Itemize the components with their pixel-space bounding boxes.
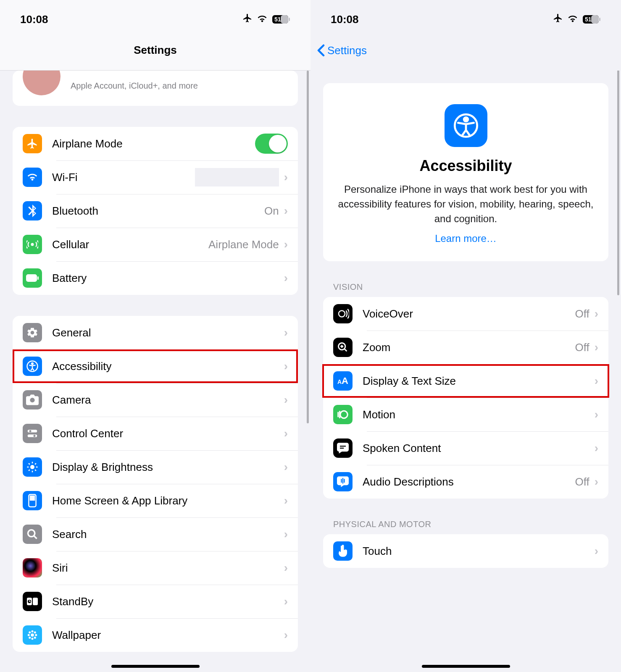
gear-icon (23, 323, 42, 342)
row-label: Home Screen & App Library (52, 494, 284, 507)
svg-rect-33 (599, 18, 600, 21)
row-display-text-size[interactable]: AA Display & Text Size › (323, 364, 608, 398)
chevron-right-icon: › (595, 544, 598, 558)
row-bluetooth[interactable]: Bluetooth On › (13, 194, 298, 228)
brightness-icon (23, 457, 42, 477)
row-wallpaper[interactable]: Wallpaper › (13, 618, 298, 652)
chevron-right-icon: › (284, 494, 288, 507)
chevron-right-icon: › (284, 561, 288, 575)
chevron-right-icon: › (595, 374, 598, 388)
row-spoken-content[interactable]: Spoken Content › (323, 431, 608, 465)
svg-point-26 (35, 634, 37, 636)
scrollbar[interactable] (307, 71, 309, 423)
row-search[interactable]: Search › (13, 517, 298, 551)
row-standby[interactable]: StandBy › (13, 585, 298, 618)
status-bar: 10:08 51 (310, 0, 621, 30)
spoken-content-icon (333, 438, 353, 458)
row-zoom[interactable]: Zoom Off › (323, 331, 608, 364)
svg-point-23 (32, 630, 34, 633)
search-icon (23, 525, 42, 544)
phone-right-accessibility: 10:08 51 Settings Accessibility Personal… (310, 0, 621, 672)
touch-icon (333, 541, 353, 561)
chevron-right-icon: › (284, 595, 288, 608)
row-control-center[interactable]: Control Center › (13, 417, 298, 450)
chevron-right-icon: › (284, 460, 288, 474)
back-label: Settings (327, 44, 367, 57)
svg-point-38 (340, 411, 348, 419)
row-label: Cellular (52, 238, 208, 251)
row-label: Control Center (52, 427, 284, 440)
home-indicator[interactable] (422, 665, 510, 668)
group-main: General › Accessibility › Camera › Contr… (13, 316, 298, 652)
airplane-icon (553, 13, 563, 26)
row-cellular[interactable]: Cellular Airplane Mode › (13, 228, 298, 261)
home-screen-icon (23, 491, 42, 510)
svg-point-18 (28, 530, 35, 537)
svg-rect-32 (591, 15, 599, 24)
row-label: Accessibility (52, 360, 284, 373)
svg-point-11 (34, 435, 36, 437)
group-vision: VoiceOver Off › Zoom Off › AA Display & … (323, 297, 608, 499)
row-battery[interactable]: Battery › (13, 261, 298, 295)
scrollbar[interactable] (617, 71, 619, 295)
svg-rect-5 (37, 276, 39, 280)
group-connectivity: Airplane Mode Wi-Fi › Bluetooth On › Cel… (13, 127, 298, 295)
control-center-icon (23, 424, 42, 443)
back-button[interactable]: Settings (317, 44, 367, 57)
row-value: Off (575, 341, 589, 354)
svg-rect-16 (30, 499, 32, 500)
voiceover-icon (333, 304, 353, 323)
chevron-right-icon: › (284, 326, 288, 339)
wifi-icon (257, 13, 268, 26)
learn-more-link[interactable]: Learn more… (337, 233, 595, 244)
group-physical: Touch › (323, 534, 608, 568)
row-touch[interactable]: Touch › (323, 534, 608, 568)
row-value: On (264, 205, 279, 218)
row-label: Audio Descriptions (363, 475, 575, 488)
row-motion[interactable]: Motion › (323, 398, 608, 431)
row-label: Touch (363, 545, 595, 558)
row-home-screen[interactable]: Home Screen & App Library › (13, 484, 298, 517)
svg-point-22 (31, 633, 34, 637)
svg-rect-40 (340, 448, 344, 449)
row-accessibility[interactable]: Accessibility › (13, 349, 298, 383)
svg-rect-14 (30, 496, 32, 498)
svg-rect-8 (28, 430, 37, 432)
chevron-right-icon: › (284, 204, 288, 218)
status-icons: 51 (242, 13, 290, 26)
battery-icon: 51 (272, 15, 290, 24)
camera-icon (23, 390, 42, 410)
standby-icon (23, 592, 42, 611)
nav-bar: Settings (310, 30, 621, 71)
zoom-icon (333, 338, 353, 357)
svg-point-30 (34, 637, 36, 639)
airplane-toggle[interactable] (255, 134, 288, 154)
row-camera[interactable]: Camera › (13, 383, 298, 417)
svg-rect-4 (26, 275, 37, 281)
chevron-left-icon (317, 44, 325, 57)
section-header-vision: VISION (310, 282, 621, 297)
row-label: Zoom (363, 341, 575, 354)
home-indicator[interactable] (111, 665, 200, 668)
row-general[interactable]: General › (13, 316, 298, 349)
row-wifi[interactable]: Wi-Fi › (13, 160, 298, 194)
row-label: Spoken Content (363, 442, 595, 455)
row-voiceover[interactable]: VoiceOver Off › (323, 297, 608, 331)
svg-point-35 (464, 118, 468, 122)
row-siri[interactable]: Siri › (13, 551, 298, 585)
svg-rect-17 (33, 499, 34, 500)
chevron-right-icon: › (284, 528, 288, 541)
siri-icon (23, 558, 42, 578)
chevron-right-icon: › (284, 628, 288, 642)
row-display-brightness[interactable]: Display & Brightness › (13, 450, 298, 484)
profile-row[interactable]: Apple Account, iCloud+, and more (13, 71, 298, 106)
svg-rect-15 (33, 496, 34, 498)
accessibility-icon (23, 357, 42, 376)
status-icons: 51 (553, 13, 601, 26)
svg-point-27 (29, 631, 31, 633)
airplane-icon (242, 13, 253, 26)
row-airplane-mode[interactable]: Airplane Mode (13, 127, 298, 160)
nav-bar: Settings (0, 30, 310, 71)
row-audio-descriptions[interactable]: Audio Descriptions Off › (323, 465, 608, 499)
svg-point-24 (32, 638, 34, 640)
